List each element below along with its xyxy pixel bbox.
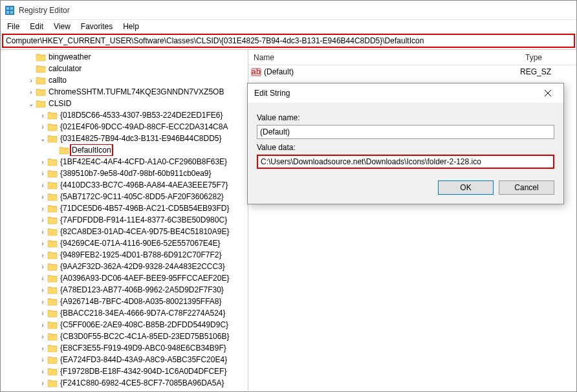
tree-item[interactable]: DefaultIcon [1, 144, 248, 156]
dialog-titlebar[interactable]: Edit String [248, 83, 563, 103]
menu-help[interactable]: Help [118, 21, 144, 32]
folder-icon [47, 134, 58, 143]
tree-item[interactable]: ›{71DCE5D6-4B57-496B-AC21-CD5B54EB93FD} [1, 202, 248, 214]
col-name[interactable]: Name [248, 53, 520, 62]
tree-item[interactable]: ›{9AA2F32D-362A-42D9-9328-24A483E2CCC3} [1, 261, 248, 272]
list-row[interactable]: ab (Default) REG_SZ [248, 65, 576, 78]
folder-icon [47, 180, 58, 190]
tree-item[interactable]: bingweather [1, 51, 248, 63]
chevron-right-icon[interactable]: › [38, 298, 47, 305]
tree-item-label: {E8CF3E55-F919-49D9-ABC0-948E6CB34B9F} [60, 343, 226, 353]
chevron-right-icon[interactable]: › [38, 124, 47, 131]
tree-item-label: {C5FF006E-2AE9-408C-B85B-2DFDD5449D9C} [60, 320, 228, 329]
chevron-right-icon[interactable]: › [38, 240, 47, 247]
tree-item[interactable]: ›{A926714B-7BFC-4D08-A035-80021395FFA8} [1, 296, 248, 307]
tree-item[interactable]: ⌄{031E4825-7B94-4dc3-B131-E946B44C8DD5} [1, 133, 248, 144]
menu-file[interactable]: File [2, 21, 25, 32]
chevron-right-icon[interactable]: › [38, 321, 47, 329]
folder-icon [59, 146, 69, 155]
menu-favorites[interactable]: Favorites [76, 21, 118, 32]
chevron-right-icon[interactable]: › [38, 193, 47, 201]
tree-item-label: {A78ED123-AB77-406B-9962-2A5D9D2F7F30} [60, 285, 224, 294]
tree-item[interactable]: ›{9489FEB2-1925-4D01-B788-6D912C70F7F2} [1, 249, 248, 261]
tree-item[interactable]: ›{FA372A6E-149F-4E95-832D-8F698D40AD7F} [1, 389, 248, 391]
folder-icon [36, 87, 46, 96]
tree-item[interactable]: ⌄CLSID [1, 98, 248, 109]
dialog-title-text: Edit String [254, 89, 290, 98]
value-data-input[interactable] [257, 155, 554, 169]
tree-item[interactable]: ›{5AB7172C-9C11-405C-8DD5-AF20F3606282} [1, 191, 248, 202]
close-icon[interactable] [535, 85, 561, 102]
chevron-right-icon[interactable]: › [38, 275, 47, 282]
tree-item[interactable]: ›ChromeSSHTM.TUFML74KQE3GNNDN7VXZ5OB [1, 86, 248, 98]
folder-icon [47, 157, 58, 166]
chevron-right-icon[interactable]: › [38, 158, 47, 166]
tree-item[interactable]: ›{C5FF006E-2AE9-408C-B85B-2DFDD5449D9C} [1, 319, 248, 331]
chevron-right-icon[interactable]: › [38, 368, 47, 375]
tree-item[interactable]: ›{94269C4E-071A-4116-90E6-52E557067E4E} [1, 237, 248, 249]
tree-item[interactable]: ›callto [1, 74, 248, 86]
value-name-input[interactable] [257, 125, 554, 139]
tree-item[interactable]: ›{E8CF3E55-F919-49D9-ABC0-948E6CB34B9F} [1, 342, 248, 354]
tree-item-label: ChromeSSHTM.TUFML74KQE3GNNDN7VXZ5OB [49, 87, 224, 96]
chevron-right-icon[interactable]: › [38, 345, 47, 352]
menu-edit[interactable]: Edit [25, 21, 49, 32]
tree-item[interactable]: ›{018D5C66-4533-4307-9B53-224DE2ED1FE6} [1, 109, 248, 121]
tree-item[interactable]: ›{BBACC218-34EA-4666-9D7A-C78F2274A524} [1, 307, 248, 319]
tree-item[interactable]: ›{F19728DB-E18F-4342-904D-1C6A0D4DFCEF} [1, 365, 248, 377]
chevron-right-icon[interactable]: › [27, 89, 36, 96]
folder-icon [47, 378, 58, 387]
tree-item[interactable]: calculator [1, 63, 248, 74]
svg-rect-1 [6, 7, 9, 10]
tree-item-label: calculator [49, 64, 82, 73]
chevron-right-icon[interactable]: › [27, 77, 36, 84]
menu-view[interactable]: View [49, 21, 76, 32]
tree-item[interactable]: ›{1BF42E4C-4AF4-4CFD-A1A0-CF2960B8F63E} [1, 156, 248, 168]
chevron-right-icon[interactable]: › [38, 380, 47, 387]
chevron-right-icon[interactable]: › [38, 205, 47, 212]
tree-item-label: {7AFDFDDB-F914-11E4-8377-6C3BE50D980C} [60, 215, 227, 224]
value-name-label: Value name: [257, 113, 554, 122]
tree-item[interactable]: ›{389510b7-9e58-40d7-98bf-60b911cb0ea9} [1, 168, 248, 179]
chevron-right-icon[interactable]: › [38, 356, 47, 364]
chevron-right-icon[interactable]: › [38, 217, 47, 224]
chevron-down-icon[interactable]: ⌄ [27, 100, 36, 107]
chevron-right-icon[interactable]: › [38, 228, 47, 235]
col-type[interactable]: Type [520, 53, 547, 62]
ok-button[interactable]: OK [438, 180, 494, 195]
tree-item[interactable]: ›{7AFDFDDB-F914-11E4-8377-6C3BE50D980C} [1, 214, 248, 226]
tree-item[interactable]: ›{A78ED123-AB77-406B-9962-2A5D9D2F7F30} [1, 284, 248, 296]
address-path: Computer\HKEY_CURRENT_USER\Software\Clas… [6, 36, 424, 45]
chevron-down-icon[interactable]: ⌄ [38, 135, 47, 142]
folder-icon [47, 320, 58, 329]
tree-item-label: {FA372A6E-149F-4E95-832D-8F698D40AD7F} [60, 390, 223, 391]
tree-item-label: callto [49, 76, 67, 85]
tree-item[interactable]: ›{82CA8DE3-01AD-4CEA-9D75-BE4C51810A9E} [1, 226, 248, 237]
chevron-right-icon[interactable]: › [38, 310, 47, 317]
tree-item[interactable]: ›{CB3D0F55-BC2C-4C1A-85ED-23ED75B5106B} [1, 331, 248, 342]
cancel-button[interactable]: Cancel [499, 180, 554, 195]
folder-icon [36, 99, 46, 108]
tree-item[interactable]: ›{EA724FD3-844D-43A9-A8C9-A5BC35FC20E4} [1, 354, 248, 365]
folder-icon [47, 285, 58, 294]
chevron-right-icon[interactable]: › [38, 263, 47, 270]
tree-item[interactable]: ›{4410DC33-BC7C-496B-AA84-4AEA3EEE75F7} [1, 179, 248, 191]
chevron-right-icon[interactable]: › [38, 170, 47, 177]
titlebar: Registry Editor [1, 1, 576, 20]
tree-item[interactable]: ›{F241C880-6982-4CE5-8CF7-7085BA96DA5A} [1, 377, 248, 389]
chevron-right-icon[interactable]: › [38, 252, 47, 259]
chevron-right-icon[interactable]: › [38, 287, 47, 294]
tree-item-label: {9AA2F32D-362A-42D9-9328-24A483E2CCC3} [60, 262, 225, 271]
tree-item[interactable]: ›{A0396A93-DC06-4AEF-BEE9-95FFCCAEF20E} [1, 272, 248, 284]
folder-icon [47, 332, 58, 341]
tree-item-label: {021E4F06-9DCC-49AD-88CF-ECC2DA314C8A [60, 122, 228, 131]
chevron-right-icon[interactable]: › [38, 182, 47, 189]
address-bar[interactable]: Computer\HKEY_CURRENT_USER\Software\Clas… [2, 34, 575, 48]
tree-panel[interactable]: bingweathercalculator›callto›ChromeSSHTM… [1, 50, 248, 391]
chevron-right-icon[interactable]: › [38, 333, 47, 340]
svg-rect-4 [10, 11, 13, 14]
tree-item[interactable]: ›{021E4F06-9DCC-49AD-88CF-ECC2DA314C8A [1, 121, 248, 133]
folder-icon [36, 64, 46, 73]
list-header: Name Type [248, 50, 576, 65]
chevron-right-icon[interactable]: › [38, 112, 47, 119]
